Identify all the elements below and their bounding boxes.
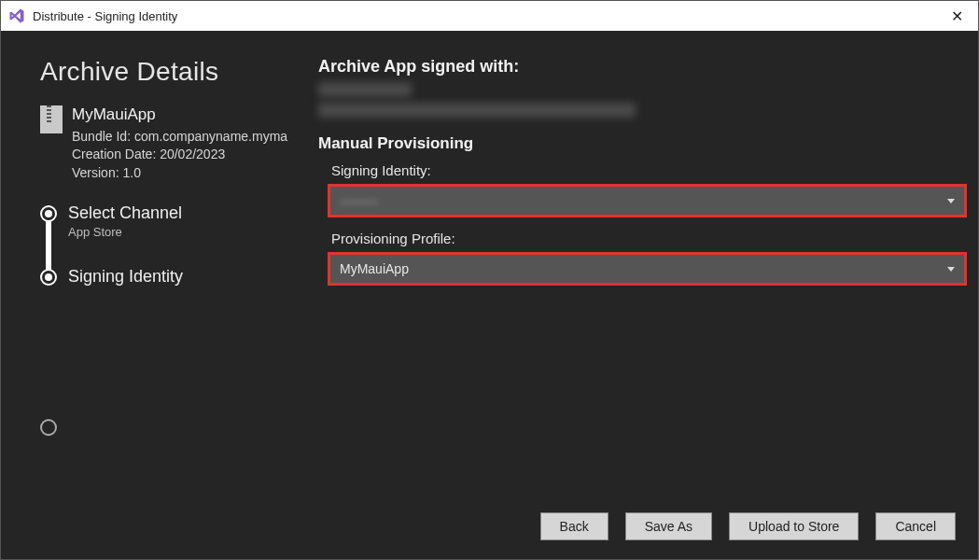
left-panel: Archive Details MyMauiApp Bundle Id: com… [1, 40, 318, 503]
manual-provisioning-title: Manual Provisioning [318, 134, 967, 153]
step-signing-identity[interactable]: Signing Identity [40, 267, 309, 287]
footer-buttons: Back Save As Upload to Store Cancel [1, 503, 978, 559]
step-select-channel[interactable]: Select Channel App Store [40, 203, 309, 239]
upload-to-store-button[interactable]: Upload to Store [729, 512, 859, 540]
creation-date: Creation Date: 20/02/2023 [72, 146, 287, 164]
chevron-down-icon [947, 199, 955, 203]
step-dot-icon [40, 269, 57, 286]
visual-studio-icon [8, 7, 25, 24]
app-name: MyMauiApp [72, 104, 287, 126]
provisioning-profile-highlight: MyMauiApp [328, 252, 967, 286]
back-button[interactable]: Back [540, 512, 608, 540]
distribute-window: Distribute - Signing Identity ✕ Archive … [0, 0, 979, 560]
right-panel: Archive App signed with: Manual Provisio… [318, 40, 978, 503]
version: Version: 1.0 [72, 164, 287, 183]
save-as-button[interactable]: Save As [625, 512, 712, 540]
signing-identity-highlight: ——— [328, 184, 967, 217]
archive-details-heading: Archive Details [40, 57, 309, 87]
provisioning-profile-label: Provisioning Profile: [331, 231, 967, 246]
steps-list: Select Channel App Store Signing Identit… [40, 203, 309, 287]
step-dot-icon [40, 419, 57, 436]
close-button[interactable]: ✕ [944, 6, 971, 27]
provisioning-profile-value: MyMauiApp [340, 261, 409, 276]
redacted-text [318, 103, 636, 118]
step-label: Signing Identity [68, 267, 309, 287]
provisioning-profile-dropdown[interactable]: MyMauiApp [330, 255, 964, 283]
bundle-id: Bundle Id: com.companyname.myma [72, 128, 287, 147]
chevron-down-icon [947, 267, 955, 272]
redacted-text [318, 82, 412, 97]
window-title: Distribute - Signing Identity [33, 9, 944, 23]
step-dot-icon [40, 205, 57, 222]
titlebar: Distribute - Signing Identity ✕ [1, 1, 978, 31]
signing-identity-label: Signing Identity: [331, 162, 967, 178]
step-sublabel: App Store [68, 225, 309, 239]
content-area: Archive Details MyMauiApp Bundle Id: com… [1, 31, 978, 503]
archive-signed-title: Archive App signed with: [318, 57, 967, 77]
app-meta: MyMauiApp Bundle Id: com.companyname.mym… [72, 104, 287, 183]
app-info-block: MyMauiApp Bundle Id: com.companyname.mym… [40, 104, 309, 183]
signing-identity-value: ——— [340, 193, 379, 208]
archive-icon [40, 105, 63, 133]
step-label: Select Channel [68, 203, 309, 223]
cancel-button[interactable]: Cancel [875, 512, 956, 540]
signing-identity-dropdown[interactable]: ——— [330, 187, 964, 215]
